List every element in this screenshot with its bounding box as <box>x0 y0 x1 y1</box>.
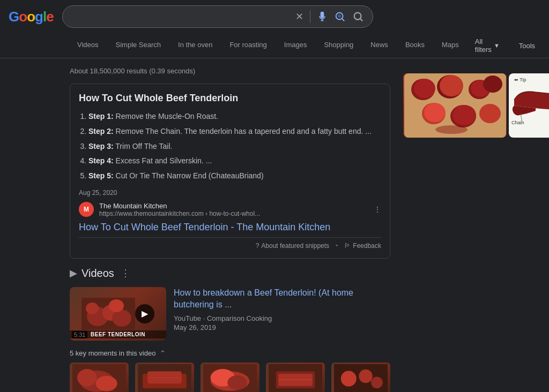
images-column: Tenderloin Tip Chateubriand ⬅ Tip Chain <box>403 67 549 392</box>
video-thumbnail[interactable]: ▶ 5:31 BEEF TENDERLOIN <box>70 287 166 341</box>
tabs-left: Videos Simple Search In the oven For roa… <box>70 35 466 56</box>
tabs-right: All filters ▼ Tools <box>469 33 541 58</box>
svg-text:⬅ Tip: ⬅ Tip <box>514 77 526 82</box>
svg-point-10 <box>112 310 131 327</box>
svg-rect-19 <box>147 371 182 383</box>
video-thumb-label: BEEF TENDERLOIN <box>70 330 166 338</box>
moment-card-5: From 04:56 Cut those into mini fillets <box>331 363 390 392</box>
svg-point-5 <box>354 13 361 20</box>
chevron-up-icon[interactable]: ⌃ <box>160 349 166 357</box>
svg-point-36 <box>414 79 435 98</box>
all-filters-button[interactable]: All filters ▼ <box>469 33 506 58</box>
microphone-icon[interactable] <box>317 11 328 22</box>
source-row: M The Mountain Kitchen https://www.themo… <box>79 202 381 217</box>
moments-grid: From 00:44 Taking it right out of the th… <box>70 363 390 392</box>
feedback-icon: 🏳 <box>344 242 351 250</box>
main-content: About 18,500,000 results (0.39 seconds) … <box>0 58 549 392</box>
video-info: How to breakdown a Beef Tenderloin! (At … <box>174 287 390 341</box>
lens-icon[interactable] <box>334 11 346 22</box>
video-title[interactable]: How to breakdown a Beef Tenderloin! (At … <box>174 287 390 311</box>
svg-point-47 <box>435 125 468 134</box>
results-column: About 18,500,000 results (0.39 seconds) … <box>70 67 390 392</box>
feedback-button[interactable]: 🏳 Feedback <box>344 242 381 250</box>
video-card: ▶ 5:31 BEEF TENDERLOIN How to breakdown … <box>70 287 390 341</box>
svg-point-11 <box>86 303 99 314</box>
featured-snippet: How To Cut Whole Beef Tenderloin Step 1:… <box>70 84 390 259</box>
videos-section: ▶ Videos ⋮ <box>70 267 390 392</box>
source-info: The Mountain Kitchen https://www.themoun… <box>99 202 368 217</box>
tab-maps[interactable]: Maps <box>434 35 466 56</box>
svg-line-4 <box>342 19 344 21</box>
images-panel: Tenderloin Tip Chateubriand ⬅ Tip Chain <box>403 73 549 138</box>
videos-icon: ▶ <box>70 267 77 279</box>
svg-point-24 <box>227 375 247 390</box>
snippet-footer: ? About featured snippets • 🏳 Feedback <box>79 237 381 250</box>
svg-point-31 <box>359 370 372 383</box>
results-count: About 18,500,000 results (0.39 seconds) <box>70 67 390 75</box>
about-featured-snippets[interactable]: ? About featured snippets <box>256 242 329 250</box>
tab-videos[interactable]: Videos <box>70 35 106 56</box>
tab-books[interactable]: Books <box>398 35 432 56</box>
play-button[interactable]: ▶ <box>135 304 154 323</box>
moment-card-1: From 00:44 Taking it right out of the th… <box>70 363 129 392</box>
key-moments-label: 5 key moments in this video <box>70 349 155 357</box>
svg-line-6 <box>360 19 362 21</box>
tabs-bar: Videos Simple Search In the oven For roa… <box>0 33 549 58</box>
tools-button[interactable]: Tools <box>513 37 541 54</box>
source-name: The Mountain Kitchen <box>99 202 368 210</box>
svg-point-45 <box>452 105 476 125</box>
source-url: https://www.themountainkitchen.com › how… <box>99 210 368 217</box>
tab-simple-search[interactable]: Simple Search <box>108 35 169 56</box>
snippet-steps: Step 1: Remove the Muscle-On Roast. Step… <box>79 110 381 183</box>
svg-point-38 <box>440 75 463 96</box>
svg-point-43 <box>424 103 446 122</box>
snippet-link[interactable]: How To Cut Whole Beef Tenderloin - The M… <box>79 222 381 233</box>
feedback-label: Feedback <box>353 242 381 250</box>
result-image-2[interactable]: Tenderloin Tip Chateubriand ⬅ Tip Chain <box>509 73 549 138</box>
header: Google how to cut a whole beef tenderloi… <box>0 0 549 33</box>
step-5: Step 5: Cut Or Tie The Narrow End (Chate… <box>88 170 381 183</box>
moment-thumb-1[interactable] <box>70 363 129 392</box>
tab-images[interactable]: Images <box>277 35 315 56</box>
key-moments-header: 5 key moments in this video ⌃ <box>70 349 390 357</box>
tab-in-the-oven[interactable]: In the oven <box>170 35 220 56</box>
google-logo: Google <box>9 9 54 25</box>
tab-news[interactable]: News <box>363 35 396 56</box>
section-header: ▶ Videos ⋮ <box>70 267 390 280</box>
moment-card-4: From 04:32 Break it down into fillets <box>266 363 325 392</box>
video-source: YouTube · Comparison Cooking <box>174 314 390 322</box>
search-button[interactable] <box>352 11 364 22</box>
section-more-icon[interactable]: ⋮ <box>121 267 130 279</box>
moment-card-2: From 02:57 Continue to shape this beef t… <box>135 363 194 392</box>
step-3: Step 3: Trim Off The Tail. <box>88 140 381 153</box>
result-image-1[interactable] <box>403 73 507 138</box>
all-filters-label: All filters <box>475 37 492 54</box>
svg-point-46 <box>479 104 501 123</box>
svg-point-15 <box>77 369 97 387</box>
svg-point-3 <box>338 14 341 17</box>
tab-shopping[interactable]: Shopping <box>316 35 361 56</box>
video-date: May 26, 2019 <box>174 323 390 331</box>
moment-thumb-5[interactable] <box>331 363 390 392</box>
svg-point-30 <box>341 371 357 387</box>
moment-thumb-4[interactable] <box>266 363 325 392</box>
moment-thumb-3[interactable] <box>201 363 259 392</box>
step-1: Step 1: Remove the Muscle-On Roast. <box>88 110 381 123</box>
tab-for-roasting[interactable]: For roasting <box>222 35 274 56</box>
moment-thumb-2[interactable] <box>135 363 194 392</box>
videos-section-title: Videos <box>81 267 114 280</box>
chevron-down-icon: ▼ <box>494 42 500 49</box>
search-bar[interactable]: how to cut a whole beef tenderloin ✕ <box>62 5 373 28</box>
step-4: Step 4: Excess Fat and Silverskin. ... <box>88 155 381 168</box>
svg-point-41 <box>483 76 502 93</box>
svg-point-16 <box>96 376 117 391</box>
footer-separator: • <box>336 242 338 250</box>
question-icon: ? <box>256 242 259 250</box>
snippet-date: Aug 25, 2020 <box>79 189 381 197</box>
more-options-icon[interactable]: ⋮ <box>374 205 381 214</box>
search-input[interactable]: how to cut a whole beef tenderloin <box>71 12 290 21</box>
divider <box>310 10 310 23</box>
snippet-title: How To Cut Whole Beef Tenderloin <box>79 93 381 104</box>
about-snippets-label: About featured snippets <box>261 242 329 250</box>
clear-icon[interactable]: ✕ <box>295 11 303 22</box>
